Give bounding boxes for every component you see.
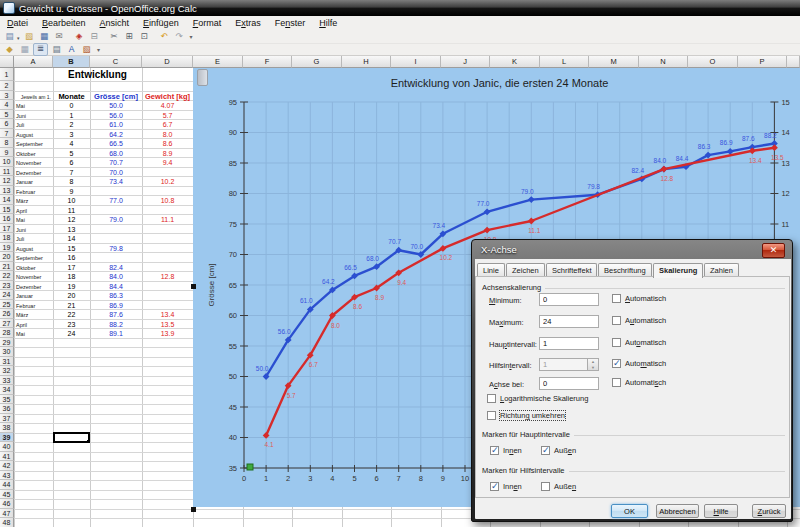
column-header-O[interactable]: O — [688, 56, 738, 68]
auto-checkbox-minimum[interactable]: Automatisch — [612, 294, 666, 303]
row-header-48[interactable]: 48 — [0, 518, 14, 527]
checkbox-icon[interactable] — [612, 359, 621, 368]
tab-zahlen[interactable]: Zahlen — [704, 263, 739, 277]
copy-icon[interactable]: ⊞ — [123, 31, 136, 42]
row-header-17[interactable]: 17 — [0, 224, 14, 234]
menu-item-datei[interactable]: Datei — [0, 16, 35, 30]
redo-icon[interactable]: ↷ — [173, 31, 186, 42]
row-header-21[interactable]: 21 — [0, 262, 14, 272]
row-header-41[interactable]: 41 — [0, 452, 14, 462]
menu-item-format[interactable]: Format — [186, 16, 229, 30]
column-header-J[interactable]: J — [441, 56, 490, 68]
row-header-27[interactable]: 27 — [0, 319, 14, 329]
marks-minor-innen-checkbox[interactable]: Innen — [490, 482, 522, 491]
log-scale-checkbox[interactable]: Logarithmische Skalierung — [487, 394, 588, 403]
checkbox-icon[interactable] — [490, 446, 499, 455]
row-header-6[interactable]: 6 — [0, 119, 14, 129]
row-header-8[interactable]: 8 — [0, 138, 14, 148]
column-header-M[interactable]: M — [589, 56, 639, 68]
column-header-F[interactable]: F — [243, 56, 292, 68]
open-folder-icon[interactable]: ▧ — [23, 31, 36, 42]
row-header-24[interactable]: 24 — [0, 290, 14, 300]
row-header-2[interactable]: 2 — [0, 81, 14, 91]
field-input-hauptintervall[interactable] — [539, 337, 599, 350]
reverse-direction-checkbox[interactable]: Richtung umkehren — [487, 411, 565, 420]
column-header-L[interactable]: L — [540, 56, 589, 68]
row-header-36[interactable]: 36 — [0, 404, 14, 414]
column-header-partial[interactable] — [787, 56, 800, 68]
auto-checkbox-achse-bei[interactable]: Automatisch — [612, 378, 666, 387]
row-header-13[interactable]: 13 — [0, 186, 14, 196]
row-header-40[interactable]: 40 — [0, 442, 14, 452]
checkbox-icon[interactable] — [487, 394, 496, 403]
tab-skalierung[interactable]: Skalierung — [653, 263, 703, 278]
row-header-37[interactable]: 37 — [0, 414, 14, 424]
row-header-35[interactable]: 35 — [0, 395, 14, 405]
row-header-29[interactable]: 29 — [0, 338, 14, 348]
select-all-corner[interactable] — [0, 56, 14, 68]
format-selection-icon[interactable]: ◆ — [3, 44, 16, 55]
row-header-34[interactable]: 34 — [0, 385, 14, 395]
row-header-18[interactable]: 18 — [0, 233, 14, 243]
row-header-45[interactable]: 45 — [0, 490, 14, 500]
row-header-30[interactable]: 30 — [0, 347, 14, 357]
cut-icon[interactable]: ✂ — [108, 31, 121, 42]
row-header-22[interactable]: 22 — [0, 271, 14, 281]
print-icon[interactable]: ⊟ — [88, 31, 101, 42]
row-header-25[interactable]: 25 — [0, 300, 14, 310]
chart-grid-icon[interactable]: ▦ — [18, 44, 31, 55]
export-pdf-icon[interactable]: ◈ — [73, 31, 86, 42]
checkbox-icon[interactable] — [612, 338, 621, 347]
auto-checkbox-maximum[interactable]: Automatisch — [612, 316, 666, 325]
row-header-7[interactable]: 7 — [0, 129, 14, 139]
column-header-G[interactable]: G — [292, 56, 342, 68]
row-header-12[interactable]: 12 — [0, 176, 14, 186]
column-header-B[interactable]: B — [53, 56, 90, 68]
column-header-D[interactable]: D — [142, 56, 193, 68]
menu-item-hilfe[interactable]: Hilfe — [312, 16, 344, 30]
column-header-A[interactable]: A — [14, 56, 53, 68]
chart-selection-handle-left[interactable] — [191, 284, 196, 289]
field-spinner-hilfsintervall[interactable]: ▲▼ — [588, 358, 599, 371]
menu-item-extras[interactable]: Extras — [228, 16, 268, 30]
row-header-32[interactable]: 32 — [0, 366, 14, 376]
auto-checkbox-hauptintervall[interactable]: Automatisch — [612, 338, 666, 347]
ok-button[interactable]: OK — [611, 504, 648, 518]
menu-item-fenster[interactable]: Fenster — [268, 16, 313, 30]
legend-toggle-icon[interactable]: ≣ — [33, 43, 48, 56]
row-header-14[interactable]: 14 — [0, 195, 14, 205]
row-header-16[interactable]: 16 — [0, 214, 14, 224]
menu-item-bearbeiten[interactable]: Bearbeiten — [35, 16, 93, 30]
menu-item-einfuegen[interactable]: Einfügen — [136, 16, 186, 30]
tab-beschriftung[interactable]: Beschriftung — [598, 263, 652, 277]
tab-schrifteffekt[interactable]: Schrifteffekt — [546, 263, 597, 277]
row-header-47[interactable]: 47 — [0, 509, 14, 519]
abbrechen-button[interactable]: Abbrechen — [656, 504, 699, 518]
row-header-39[interactable]: 39 — [0, 433, 14, 443]
row-header-10[interactable]: 10 — [0, 157, 14, 167]
menu-item-ansicht[interactable]: Ansicht — [93, 16, 137, 30]
checkbox-icon[interactable] — [612, 316, 621, 325]
email-icon[interactable]: ✉ — [53, 31, 66, 42]
save-icon[interactable]: ▦ — [38, 31, 51, 42]
checkbox-icon[interactable] — [487, 411, 496, 420]
checkbox-icon[interactable] — [490, 482, 499, 491]
toolbar-overflow-icon[interactable]: ▾ — [97, 46, 100, 53]
column-header-K[interactable]: K — [490, 56, 540, 68]
row-header-33[interactable]: 33 — [0, 376, 14, 386]
row-header-43[interactable]: 43 — [0, 471, 14, 481]
close-icon[interactable]: ✕ — [762, 243, 785, 258]
row-header-31[interactable]: 31 — [0, 357, 14, 367]
toolbar-overflow-icon[interactable]: ▾ — [190, 33, 193, 40]
row-header-20[interactable]: 20 — [0, 252, 14, 262]
new-document-dropdown-icon[interactable]: ▾ — [17, 35, 20, 41]
marks-major-innen-checkbox[interactable]: Innen — [490, 446, 522, 455]
tab-zeichen[interactable]: Zeichen — [506, 263, 545, 277]
cell-cursor-b39[interactable] — [53, 432, 90, 443]
column-header-E[interactable]: E — [193, 56, 243, 68]
chart-data-table-icon[interactable]: ▤ — [50, 44, 63, 55]
checkbox-icon[interactable] — [612, 294, 621, 303]
column-header-P[interactable]: P — [738, 56, 787, 68]
row-header-42[interactable]: 42 — [0, 461, 14, 471]
marks-major-aussen-checkbox[interactable]: Außen — [541, 446, 576, 455]
